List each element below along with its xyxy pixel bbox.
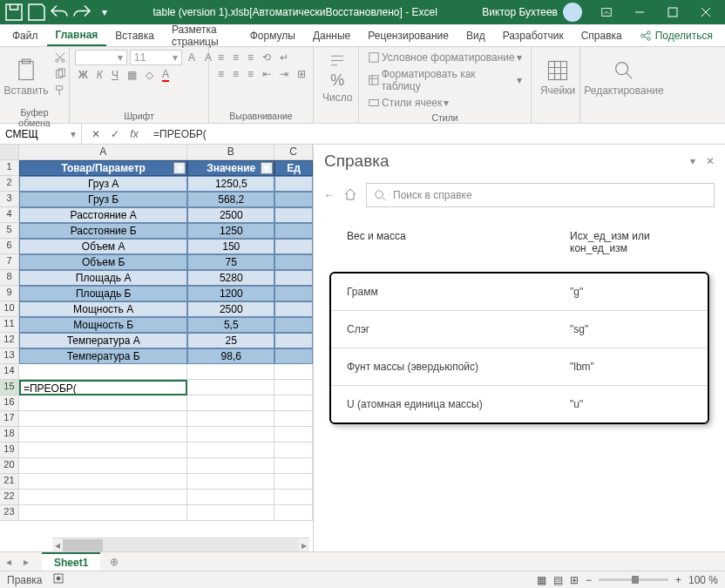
row-header[interactable]: 13 (0, 348, 19, 364)
table-cell[interactable]: Объем А (19, 239, 187, 254)
table-cell[interactable]: 2500 (187, 301, 274, 317)
formula-bar[interactable]: =ПРЕОБР( (148, 128, 725, 140)
cancel-formula-icon[interactable]: ✕ (87, 125, 105, 143)
italic-icon[interactable]: К (93, 66, 106, 84)
cell-styles-button[interactable]: Стили ячеек▾ (364, 95, 525, 111)
cell[interactable] (19, 427, 187, 443)
cell[interactable] (19, 364, 187, 380)
close-icon[interactable] (690, 0, 722, 24)
horizontal-scrollbar[interactable]: ◂▸ (52, 537, 309, 551)
table-cell[interactable] (274, 239, 313, 254)
help-search-input[interactable]: Поиск в справке (366, 183, 715, 207)
row-header[interactable]: 6 (0, 239, 19, 254)
cell[interactable] (274, 380, 313, 395)
cell[interactable] (187, 427, 274, 443)
font-size-select[interactable]: 11▾ (130, 50, 182, 65)
cell[interactable] (19, 411, 187, 427)
row-header[interactable]: 12 (0, 333, 19, 348)
wrap-icon[interactable]: ↵ (276, 50, 292, 65)
autosave-icon[interactable] (3, 2, 24, 23)
sheet-nav-prev-icon[interactable]: ◂ (0, 553, 17, 571)
cell[interactable] (274, 411, 313, 427)
help-home-icon[interactable] (343, 187, 357, 204)
row-header[interactable]: 17 (0, 411, 19, 427)
row-header[interactable]: 1 (0, 160, 19, 176)
table-cell[interactable]: Груз А (19, 176, 187, 192)
sheet-nav-next-icon[interactable]: ▸ (17, 553, 35, 571)
tab-view[interactable]: Вид (457, 26, 494, 45)
bold-icon[interactable]: Ж (75, 66, 91, 84)
row-header[interactable]: 9 (0, 286, 19, 301)
cell[interactable] (274, 395, 313, 411)
table-cell[interactable]: 5,5 (187, 317, 274, 333)
fill-color-icon[interactable]: ◇ (142, 66, 157, 84)
filter-icon[interactable]: ▾ (173, 162, 186, 174)
accept-formula-icon[interactable]: ✓ (106, 125, 124, 143)
table-header-c[interactable]: Ед (274, 160, 313, 176)
row-header[interactable]: 4 (0, 207, 19, 223)
table-cell[interactable]: 98,6 (187, 348, 274, 364)
table-cell[interactable]: Расстояние Б (19, 223, 187, 239)
undo-icon[interactable] (49, 2, 70, 23)
indent-inc-icon[interactable]: ⇥ (276, 66, 292, 82)
orientation-icon[interactable]: ⟲ (259, 50, 274, 65)
row-header[interactable]: 8 (0, 270, 19, 286)
align-mid-icon[interactable]: ≡ (229, 50, 242, 65)
cell[interactable] (19, 395, 187, 411)
minimize-icon[interactable] (624, 0, 655, 24)
row-header[interactable]: 18 (0, 427, 19, 443)
user-account[interactable]: Виктор Бухтеев (475, 3, 589, 22)
table-cell[interactable] (274, 270, 313, 286)
grow-font-icon[interactable]: A (185, 50, 199, 65)
align-top-icon[interactable]: ≡ (214, 50, 227, 65)
save-icon[interactable] (26, 2, 47, 23)
row-header[interactable]: 20 (0, 458, 19, 474)
tab-developer[interactable]: Разработчик (494, 26, 573, 45)
zoom-level[interactable]: 100 % (688, 574, 718, 586)
col-header-b[interactable]: B (187, 145, 274, 160)
col-header-c[interactable]: C (274, 145, 313, 160)
table-cell[interactable]: 5280 (187, 270, 274, 286)
table-cell[interactable]: Объем Б (19, 254, 187, 270)
sheet-tab-1[interactable]: Sheet1 (42, 552, 100, 571)
row-header[interactable]: 16 (0, 395, 19, 411)
cell[interactable] (274, 427, 313, 443)
editing-button[interactable]: Редактирование (586, 50, 662, 105)
cell[interactable] (187, 458, 274, 474)
help-close-icon[interactable]: ✕ (706, 155, 715, 167)
number-format-button[interactable]: %Число (319, 50, 356, 105)
tab-review[interactable]: Рецензирование (359, 26, 457, 45)
view-pagelayout-icon[interactable]: ▤ (553, 574, 563, 586)
table-header-b[interactable]: Значение▾ (187, 160, 274, 176)
cell[interactable] (274, 364, 313, 380)
view-normal-icon[interactable]: ▦ (537, 574, 546, 586)
cell[interactable] (19, 490, 187, 505)
table-cell[interactable]: Груз Б (19, 192, 187, 207)
font-color-icon[interactable]: A (159, 66, 173, 84)
table-cell[interactable] (274, 333, 313, 348)
copy-icon[interactable] (51, 66, 70, 82)
cut-icon[interactable] (51, 50, 70, 65)
table-header-a[interactable]: Товар/Параметр▾ (19, 160, 187, 176)
tab-home[interactable]: Главная (47, 25, 107, 46)
tab-file[interactable]: Файл (3, 26, 47, 45)
align-left-icon[interactable]: ≡ (214, 66, 227, 82)
cell[interactable] (19, 443, 187, 458)
row-header[interactable]: 5 (0, 223, 19, 239)
col-header-a[interactable]: A (19, 145, 187, 160)
table-cell[interactable]: 1250,5 (187, 176, 274, 192)
table-cell[interactable]: Площадь Б (19, 286, 187, 301)
help-dropdown-icon[interactable]: ▾ (690, 155, 695, 167)
tab-data[interactable]: Данные (304, 26, 359, 45)
table-cell[interactable]: 568,2 (187, 192, 274, 207)
indent-dec-icon[interactable]: ⇤ (259, 66, 274, 82)
row-header[interactable]: 21 (0, 474, 19, 490)
cell[interactable] (274, 458, 313, 474)
align-center-icon[interactable]: ≡ (229, 66, 242, 82)
table-cell[interactable]: 25 (187, 333, 274, 348)
row-header[interactable]: 14 (0, 364, 19, 380)
zoom-out-icon[interactable]: − (586, 574, 592, 586)
cell[interactable] (187, 443, 274, 458)
table-cell[interactable]: 150 (187, 239, 274, 254)
cell[interactable] (187, 411, 274, 427)
